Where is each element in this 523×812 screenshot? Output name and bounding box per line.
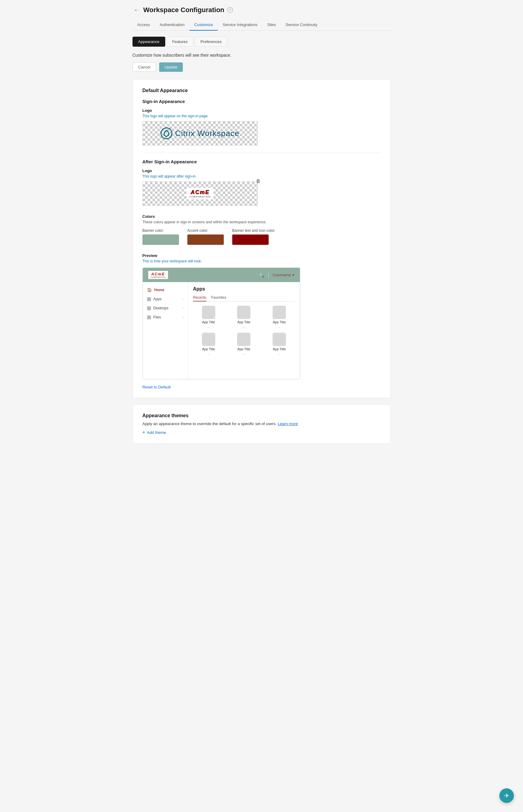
preview-header: ACmE CORPORATION 🔍 Username ▾ — [143, 268, 300, 282]
preview-tab-favorites: Favorites — [211, 294, 226, 301]
list-item: App Title ... — [193, 306, 224, 328]
accent-color-label: Accent color: — [187, 228, 224, 233]
banner-text-icon-color-group: Banner text and icon color: — [232, 228, 276, 245]
banner-color-swatch[interactable] — [143, 234, 179, 245]
default-appearance-title: Default Appearance — [143, 88, 381, 93]
sidebar-files-label: Files — [154, 315, 161, 319]
sidebar-desktops-label: Desktops — [154, 306, 168, 310]
preview-apps-grid: App Title ... App Title ... App Title — [193, 306, 295, 355]
preview-main: Apps Recents Favorites App Title ... — [188, 282, 300, 379]
cancel-button[interactable]: Cancel — [132, 62, 156, 72]
add-theme-plus-icon: + — [143, 430, 145, 435]
add-theme-label: Add theme — [147, 430, 166, 435]
apps-chevron-icon: › — [182, 298, 183, 301]
app-title-1: App Title — [237, 320, 250, 324]
sidebar-item-files: Files › — [143, 313, 188, 322]
sidebar-item-desktops: Desktops › — [143, 304, 188, 313]
app-dots-3: ... — [208, 352, 210, 355]
app-title-4: App Title — [237, 347, 250, 351]
preview-acme-sub: CORPORATION — [151, 276, 166, 278]
banner-color-label: Banner color: — [143, 228, 179, 233]
preview-apps-title: Apps — [193, 286, 295, 292]
app-icon-2 — [273, 306, 286, 319]
sub-tab-features[interactable]: Features — [166, 37, 194, 47]
app-dots-0: ... — [208, 325, 210, 328]
tab-sites[interactable]: Sites — [262, 19, 281, 31]
app-icon-4 — [237, 333, 250, 346]
app-title-2: App Title — [273, 320, 286, 324]
help-icon[interactable]: ? — [228, 7, 233, 13]
citrix-logo: Citrix Workspace — [160, 127, 239, 139]
colors-label: Colors — [143, 214, 381, 219]
default-appearance-card: Default Appearance Sign-in Appearance Lo… — [132, 79, 391, 398]
workspace-preview: ACmE CORPORATION 🔍 Username ▾ — [143, 267, 300, 379]
preview-label: Preview — [143, 253, 381, 258]
app-icon-3 — [202, 333, 215, 346]
sidebar-item-home: 🏠 Home — [143, 285, 188, 295]
sub-tabs: Appearance Features Preferences — [132, 37, 391, 47]
preview-hint: This is how your workspace will look: — [143, 259, 381, 263]
banner-color-group: Banner color: — [143, 228, 179, 245]
tab-service-continuity[interactable]: Service Continuity — [281, 19, 322, 31]
sub-tab-appearance[interactable]: Appearance — [132, 37, 165, 47]
acme-sub-text: CORPORATION — [190, 195, 211, 198]
delete-logo-button[interactable]: 🗑 — [256, 178, 261, 184]
apps-sidebar-icon — [147, 297, 151, 301]
acme-logo: ACmE CORPORATION — [186, 188, 214, 200]
after-signin-logo-area[interactable]: ACmE CORPORATION — [143, 182, 258, 206]
after-signin-appearance-title: After Sign-in Appearance — [143, 159, 381, 164]
tab-customize[interactable]: Customize — [190, 19, 218, 31]
preview-acme-text: ACmE — [151, 272, 165, 276]
desktops-chevron-icon: › — [182, 307, 183, 310]
preview-search-icon: 🔍 — [259, 273, 264, 278]
colors-section: Colors These colors appear in sign-in sc… — [143, 214, 381, 245]
preview-section: Preview This is how your workspace will … — [143, 253, 381, 389]
app-icon-0 — [202, 306, 215, 319]
tab-access[interactable]: Access — [132, 19, 155, 31]
app-title-0: App Title — [202, 320, 215, 324]
banner-text-icon-color-swatch[interactable] — [232, 234, 269, 245]
tab-service-integrations[interactable]: Service Integrations — [218, 19, 262, 31]
top-nav-tabs: Access Authentication Customize Service … — [132, 19, 391, 31]
preview-tab-recents: Recents — [193, 294, 206, 301]
list-item: App Title ... — [193, 333, 224, 355]
signin-logo-label: Logo — [143, 108, 381, 113]
app-dots-5: ... — [278, 352, 281, 355]
app-dots-4: ... — [242, 352, 245, 355]
page-title: Workspace Configuration — [143, 6, 224, 14]
reset-to-default-link[interactable]: Reset to Default — [143, 385, 171, 389]
app-icon-5 — [273, 333, 286, 346]
list-item: App Title ... — [264, 306, 295, 328]
learn-more-link[interactable]: Learn more — [278, 421, 298, 426]
app-dots-2: ... — [278, 325, 281, 328]
after-signin-logo-label: Logo — [143, 168, 381, 173]
color-swatches: Banner color: Accent color: Banner text … — [143, 228, 381, 245]
app-dots-1: ... — [242, 325, 245, 328]
page-header: ← Workspace Configuration ? — [132, 6, 391, 14]
files-chevron-icon: › — [182, 316, 183, 319]
desktops-sidebar-icon — [147, 306, 151, 310]
back-button[interactable]: ← — [132, 6, 140, 14]
signin-logo-area[interactable]: Citrix Workspace — [143, 121, 258, 146]
list-item: App Title ... — [264, 333, 295, 355]
add-theme-button[interactable]: + Add theme — [143, 430, 381, 435]
signin-appearance-title: Sign-in Appearance — [143, 99, 381, 104]
preview-header-right: 🔍 Username ▾ — [259, 272, 294, 278]
accent-color-swatch[interactable] — [187, 234, 224, 245]
app-title-3: App Title — [202, 347, 215, 351]
preview-logo: ACmE CORPORATION — [148, 271, 168, 279]
after-signin-logo-hint: This logo will appear after sign-in. — [143, 174, 381, 178]
update-button[interactable]: Update — [159, 62, 183, 72]
after-signin-logo-container: 🗑 ACmE CORPORATION — [143, 182, 258, 206]
list-item: App Title ... — [228, 306, 259, 328]
preview-chevron-icon: ▾ — [292, 273, 294, 277]
sub-tab-preferences[interactable]: Preferences — [195, 37, 228, 47]
files-sidebar-icon — [147, 316, 151, 319]
app-icon-1 — [237, 306, 250, 319]
home-icon: 🏠 — [147, 287, 152, 292]
tab-authentication[interactable]: Authentication — [155, 19, 189, 31]
acme-text: ACmE — [191, 189, 209, 195]
sidebar-apps-label: Apps — [154, 297, 162, 301]
accent-color-group: Accent color: — [187, 228, 224, 245]
list-item: App Title ... — [228, 333, 259, 355]
